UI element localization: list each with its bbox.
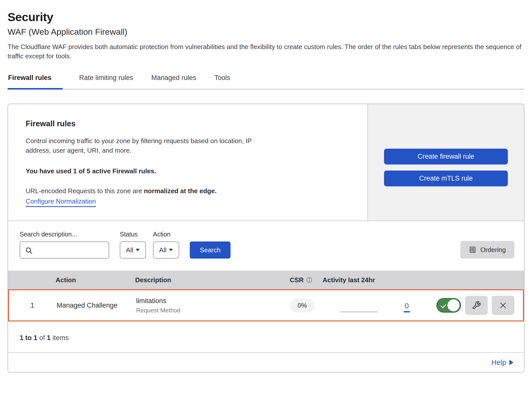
normalization-text: URL-encoded Requests to this zone are no… xyxy=(26,187,350,195)
search-button[interactable]: Search xyxy=(190,241,231,259)
rule-activity-cell: 0 xyxy=(324,299,432,312)
tab-rate-limiting-rules[interactable]: Rate limiting rules xyxy=(79,72,135,89)
activity-sparkline xyxy=(340,312,377,312)
status-filter-group: Status All xyxy=(120,231,146,259)
info-icon[interactable] xyxy=(306,277,313,283)
help-link[interactable]: Help xyxy=(491,358,513,367)
rule-priority: 1 xyxy=(9,302,56,309)
action-dropdown-value: All xyxy=(159,246,167,254)
rule-csr-cell: 0% xyxy=(281,299,324,312)
usage-counter-text: You have used 1 of 5 active Firewall rul… xyxy=(26,167,350,175)
ordering-button-label: Ordering xyxy=(480,246,506,254)
delete-rule-button[interactable] xyxy=(492,296,514,315)
activity-count-link[interactable]: 0 xyxy=(404,302,410,312)
search-filter-group: Search description... xyxy=(20,231,109,259)
ordering-button[interactable]: Ordering xyxy=(460,241,514,259)
rule-description[interactable]: limitations xyxy=(136,297,281,305)
normalization-text-regular: URL-encoded Requests to this zone are xyxy=(26,187,144,195)
normalization-text-bold: normalized at the edge. xyxy=(144,187,217,195)
card-heading: Firewall rules xyxy=(26,119,350,128)
status-dropdown-value: All xyxy=(126,246,133,254)
action-dropdown[interactable]: All xyxy=(153,241,179,259)
create-rule-panel: Create firewall rule Create mTLS rule xyxy=(367,104,524,221)
tab-tools[interactable]: Tools xyxy=(214,72,232,89)
csr-badge: 0% xyxy=(290,299,315,312)
rule-controls xyxy=(432,296,523,315)
action-filter-group: Action All xyxy=(153,231,179,259)
security-waf-page: Security WAF (Web Application Firewall) … xyxy=(0,0,532,383)
ordering-list-icon xyxy=(469,246,476,254)
rule-action: Managed Challenge xyxy=(56,302,136,309)
rule-enabled-toggle[interactable] xyxy=(436,298,461,313)
rules-tab-bar: Firewall rules Rate limiting rules Manag… xyxy=(8,72,524,90)
firewall-rule-row: 1 Managed Challenge limitations Request … xyxy=(8,289,524,321)
check-icon xyxy=(440,303,447,309)
summary-items: items xyxy=(51,334,69,342)
edit-rule-button[interactable] xyxy=(465,296,488,315)
tab-managed-rules[interactable]: Managed rules xyxy=(151,72,198,89)
search-description-input[interactable] xyxy=(20,242,109,258)
header-description: Description xyxy=(135,276,280,284)
summary-count: 1 xyxy=(47,334,51,342)
caret-down-icon xyxy=(136,249,140,251)
page-title: Security xyxy=(8,10,524,24)
search-input-wrapper xyxy=(20,241,109,259)
tab-firewall-rules[interactable]: Firewall rules xyxy=(8,72,63,89)
card-description: Control incoming traffic to your zone by… xyxy=(26,136,267,155)
summary-of: of xyxy=(37,334,47,342)
create-firewall-rule-button[interactable]: Create firewall rule xyxy=(384,149,508,164)
firewall-rules-card: Firewall rules Control incoming traffic … xyxy=(8,104,524,373)
create-mtls-rule-button[interactable]: Create mTLS rule xyxy=(384,171,508,186)
caret-down-icon xyxy=(169,249,173,251)
rule-description-cell: limitations Request Method xyxy=(136,297,281,314)
search-icon xyxy=(25,246,33,255)
help-link-label: Help xyxy=(491,358,506,367)
configure-normalization-link[interactable]: Configure Normalization xyxy=(26,197,96,207)
table-header-row: Action Description CSR Activity last 24h… xyxy=(8,271,524,289)
header-action: Action xyxy=(55,276,135,284)
header-csr-label: CSR xyxy=(290,276,304,284)
pagination-summary: 1 to 1 of 1 items xyxy=(8,321,524,352)
wrench-icon xyxy=(472,301,481,310)
filter-toolbar: Search description... Status All xyxy=(8,221,524,271)
status-label: Status xyxy=(120,231,146,238)
toggle-knob xyxy=(447,299,460,311)
status-dropdown[interactable]: All xyxy=(120,241,146,259)
rule-description-sub: Request Method xyxy=(136,307,281,314)
search-description-label: Search description... xyxy=(20,231,109,238)
arrow-right-icon xyxy=(509,360,513,365)
page-description: The Cloudflare WAF provides both automat… xyxy=(8,42,524,61)
firewall-rules-info: Firewall rules Control incoming traffic … xyxy=(8,104,367,221)
card-top-section: Firewall rules Control incoming traffic … xyxy=(8,104,524,221)
header-activity: Activity last 24hr xyxy=(323,276,431,284)
summary-range: 1 to 1 xyxy=(20,334,37,342)
action-label: Action xyxy=(153,231,179,238)
close-icon xyxy=(499,301,507,310)
page-subtitle: WAF (Web Application Firewall) xyxy=(8,27,524,37)
header-csr: CSR xyxy=(280,276,323,284)
help-footer: Help xyxy=(8,352,524,372)
